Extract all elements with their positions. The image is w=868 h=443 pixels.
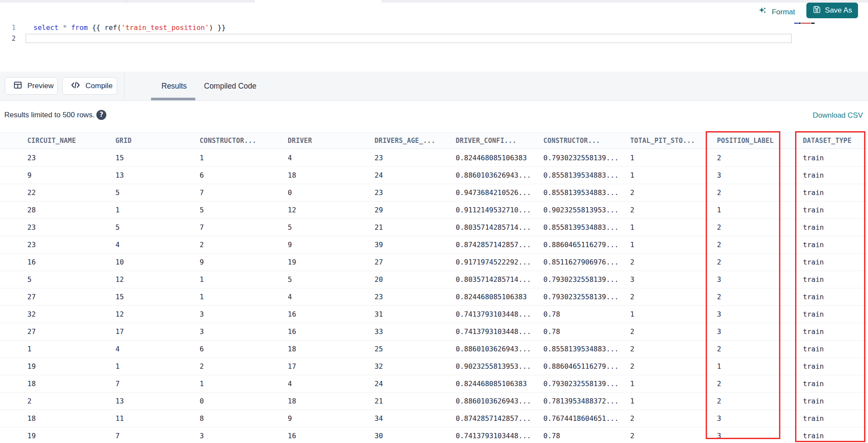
table-cell: 3 — [630, 275, 717, 284]
tab-results[interactable]: Results — [161, 82, 187, 91]
table-cell: 1 — [200, 275, 288, 284]
table-cell: 0.8511627906976... — [543, 258, 630, 266]
table-cell: 0.7413793103448... — [456, 327, 543, 336]
table-cell: 24 — [375, 380, 456, 388]
table-cell: 1 — [630, 380, 717, 388]
table-cell: 27 — [27, 327, 115, 336]
table-cell: 25 — [375, 345, 456, 353]
table-cell: 0.78 — [543, 310, 630, 318]
table-cell: 4 — [288, 380, 375, 388]
table-cell: 12 — [115, 275, 200, 284]
header-cell: CONSTRUCTOR... — [543, 137, 630, 145]
table-cell: 27 — [375, 258, 456, 266]
table-cell: 31 — [375, 310, 456, 318]
table-cell: 2 — [630, 293, 717, 301]
table-cell: 23 — [27, 154, 115, 162]
table-cell: 12 — [288, 206, 375, 214]
format-button-label: Format — [772, 8, 795, 17]
table-cell: 0.9171974522292... — [456, 258, 543, 266]
table-cell: 2 — [630, 414, 717, 423]
table-cell: 6 — [200, 171, 288, 179]
table-cell: 0.9473684210526... — [456, 188, 543, 197]
table-cell: 1 — [630, 310, 717, 318]
sparkles-icon — [758, 6, 767, 18]
code-token: from — [71, 23, 88, 32]
table-cell: 16 — [288, 327, 375, 336]
sql-editor[interactable]: Format Save As 1 2 select * from {{ ref(… — [0, 3, 868, 72]
table-cell: 16 — [288, 432, 375, 440]
table-cell: 0.9023255813953... — [456, 362, 543, 370]
table-cell: 13 — [115, 397, 200, 405]
table-cell: 2 — [200, 241, 288, 249]
table-cell: 7 — [115, 432, 200, 440]
editor-minimap[interactable] — [794, 22, 819, 24]
preview-button-label: Preview — [27, 82, 53, 90]
format-button[interactable]: Format — [758, 6, 795, 18]
table-cell: 0 — [200, 397, 288, 405]
table-cell: 2 — [630, 362, 717, 370]
table-cell: 13 — [115, 171, 200, 179]
table-cell: 1 — [200, 380, 288, 388]
table-cell: 0.8558139534883... — [543, 345, 630, 353]
table-cell: 4 — [288, 154, 375, 162]
code-line[interactable]: select * from {{ ref('train_test_positio… — [33, 23, 226, 32]
table-cell: 2 — [630, 188, 717, 197]
table-cell: 12 — [115, 310, 200, 318]
table-cell: 5 — [115, 188, 200, 197]
table-cell: 0.7674418604651... — [543, 414, 630, 423]
table-cell: 1 — [115, 206, 200, 214]
code-token: * — [62, 23, 67, 32]
header-cell: TOTAL_PIT_STO... — [630, 137, 717, 145]
table-cell: 10 — [115, 258, 200, 266]
action-tab-band: Preview Compile Results Compiled Code — [0, 72, 868, 101]
code-token: 'train_test_position' — [121, 23, 209, 32]
table-cell: 4 — [115, 345, 200, 353]
save-as-button[interactable]: Save As — [806, 3, 858, 18]
minimap-segment — [799, 23, 801, 24]
table-cell: 2 — [630, 432, 717, 440]
table-cell: 7 — [200, 188, 288, 197]
table-cell: 0.8558139534883... — [543, 223, 630, 231]
annotation-box-position-label — [706, 131, 780, 439]
help-icon[interactable]: ? — [96, 110, 106, 120]
table-cell: 16 — [288, 310, 375, 318]
table-cell: 21 — [375, 223, 456, 231]
header-cell: GRID — [115, 137, 200, 145]
table-cell: 27 — [27, 293, 115, 301]
table-cell: 5 — [288, 275, 375, 284]
save-icon — [812, 5, 821, 16]
table-cell: 17 — [115, 327, 200, 336]
table-cell: 0.9023255813953... — [543, 206, 630, 214]
tab-compiled-code[interactable]: Compiled Code — [204, 82, 256, 91]
table-cell: 4 — [288, 293, 375, 301]
minimap-segment — [811, 23, 815, 24]
header-cell: DRIVER_CONFI... — [456, 137, 543, 145]
download-csv-link[interactable]: Download CSV — [813, 111, 863, 120]
table-cell: 1 — [630, 223, 717, 231]
table-cell: 6 — [200, 345, 288, 353]
table-cell: 4 — [115, 241, 200, 249]
preview-button[interactable]: Preview — [5, 77, 58, 95]
table-cell: 1 — [630, 171, 717, 179]
table-cell: 39 — [375, 241, 456, 249]
table-cell: 0.8860103626943... — [456, 171, 543, 179]
table-cell: 23 — [375, 154, 456, 162]
table-cell: 8 — [200, 414, 288, 423]
table-cell: 28 — [27, 206, 115, 214]
header-cell: DRIVERS_AGE_... — [375, 137, 456, 145]
code-token: ) }} — [209, 23, 226, 32]
compile-button-label: Compile — [85, 82, 112, 90]
results-limit-note: Results limited to 500 rows. — [4, 111, 95, 119]
table-cell: 9 — [288, 414, 375, 423]
table-cell: 0.7930232558139... — [543, 154, 630, 162]
panel-divider — [124, 72, 125, 100]
table-cell: 34 — [375, 414, 456, 423]
code-token — [67, 23, 71, 32]
table-cell: 0.8860103626943... — [456, 345, 543, 353]
table-cell: 0.8860465116279... — [543, 241, 630, 249]
editor-active-line[interactable] — [26, 34, 792, 43]
table-cell: 24 — [375, 171, 456, 179]
table-cell: 7 — [200, 223, 288, 231]
table-cell: 1 — [630, 154, 717, 162]
compile-button[interactable]: Compile — [62, 77, 117, 95]
